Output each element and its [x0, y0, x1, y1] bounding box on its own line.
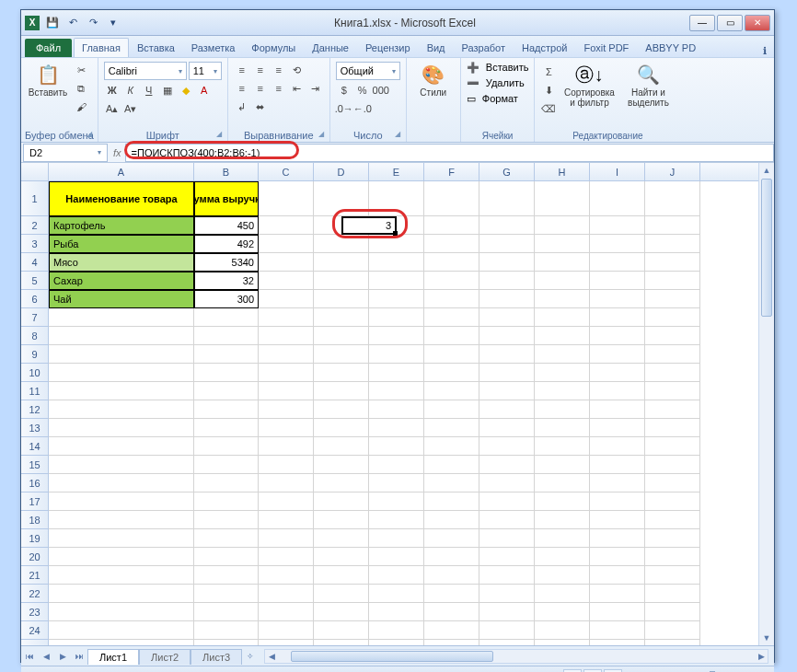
cell[interactable] [590, 437, 645, 456]
cell[interactable] [535, 216, 590, 235]
percent-icon[interactable]: % [354, 82, 371, 98]
cell[interactable] [645, 640, 700, 645]
cell[interactable] [590, 492, 645, 511]
cell[interactable] [369, 181, 424, 216]
cell[interactable] [194, 511, 259, 529]
cell[interactable] [194, 400, 259, 419]
tab-nav-last-icon[interactable]: ⏭ [71, 648, 87, 665]
dialog-launcher-icon[interactable]: ◢ [318, 130, 324, 138]
cell[interactable] [645, 235, 700, 253]
cell[interactable] [535, 382, 590, 400]
cell[interactable] [259, 272, 314, 290]
cell[interactable] [479, 327, 535, 345]
cell[interactable] [194, 548, 259, 566]
ribbon-tab[interactable]: Данные [304, 38, 357, 57]
h-scroll-thumb[interactable] [291, 651, 493, 662]
cell[interactable] [479, 511, 535, 529]
cell[interactable] [314, 437, 369, 456]
horizontal-scrollbar[interactable]: ◀ ▶ [264, 649, 768, 664]
cell[interactable] [645, 253, 700, 272]
cell[interactable] [424, 382, 479, 400]
cell[interactable] [479, 272, 535, 290]
currency-icon[interactable]: $ [336, 82, 352, 98]
cell[interactable] [645, 382, 700, 400]
cell[interactable] [314, 456, 369, 474]
cell[interactable] [479, 290, 535, 308]
cell[interactable] [259, 419, 314, 437]
cell[interactable] [479, 437, 535, 456]
cell[interactable] [49, 529, 194, 548]
row-header[interactable]: 2 [21, 216, 49, 235]
cell[interactable] [259, 290, 314, 308]
cell[interactable] [49, 621, 194, 640]
cell[interactable]: Картофель [49, 216, 194, 235]
cell[interactable] [49, 492, 194, 511]
cell[interactable] [369, 382, 424, 400]
cell[interactable] [645, 181, 700, 216]
cell[interactable] [49, 345, 194, 364]
name-box[interactable]: D2▾ [23, 144, 108, 162]
align-middle-icon[interactable]: ≡ [252, 62, 269, 78]
cell[interactable] [259, 308, 314, 327]
cell[interactable] [590, 640, 645, 645]
cell[interactable] [194, 382, 259, 400]
cell[interactable] [369, 640, 424, 645]
cell[interactable] [479, 308, 535, 327]
border-icon[interactable]: ▦ [159, 82, 176, 98]
tab-nav-next-icon[interactable]: ▶ [54, 648, 71, 665]
cell[interactable] [479, 566, 535, 585]
column-header[interactable]: I [590, 163, 645, 180]
cell[interactable] [259, 529, 314, 548]
cell[interactable] [645, 474, 700, 492]
cell[interactable] [535, 345, 590, 364]
cell[interactable] [369, 603, 424, 621]
ribbon-tab[interactable]: ABBYY PD [637, 38, 704, 57]
vertical-scrollbar[interactable]: ▲ ▼ [758, 163, 774, 645]
cell[interactable] [645, 603, 700, 621]
cell[interactable] [590, 290, 645, 308]
cell[interactable] [194, 585, 259, 603]
cell[interactable] [645, 621, 700, 640]
cell[interactable] [49, 511, 194, 529]
cell[interactable] [424, 640, 479, 645]
cell[interactable] [590, 529, 645, 548]
row-header[interactable]: 20 [21, 548, 49, 566]
row-header[interactable]: 8 [21, 327, 49, 345]
cell[interactable] [314, 474, 369, 492]
align-left-icon[interactable]: ≡ [234, 80, 250, 97]
cell[interactable] [49, 566, 194, 585]
cell[interactable] [535, 621, 590, 640]
cell[interactable] [314, 585, 369, 603]
column-header[interactable]: F [424, 163, 479, 180]
cell[interactable] [259, 456, 314, 474]
cell[interactable] [314, 529, 369, 548]
column-header[interactable]: B [194, 163, 259, 180]
cell[interactable] [535, 419, 590, 437]
delete-cells-button[interactable]: ➖ Удалить [467, 77, 529, 89]
cell[interactable] [535, 290, 590, 308]
cell[interactable] [590, 253, 645, 272]
ribbon-tab[interactable]: Разработ [454, 38, 514, 57]
column-header[interactable]: G [479, 163, 535, 180]
cell[interactable] [314, 235, 369, 253]
cell[interactable] [479, 492, 535, 511]
tab-nav-first-icon[interactable]: ⏮ [21, 648, 38, 665]
cell[interactable] [49, 437, 194, 456]
cell[interactable] [590, 566, 645, 585]
wrap-text-icon[interactable]: ↲ [234, 98, 250, 115]
cell[interactable] [424, 345, 479, 364]
cell[interactable] [259, 548, 314, 566]
underline-button[interactable]: Ч [141, 82, 157, 98]
row-header[interactable]: 23 [21, 603, 49, 621]
row-header[interactable]: 21 [21, 566, 49, 585]
cell[interactable] [424, 181, 479, 216]
cell[interactable] [645, 566, 700, 585]
cell[interactable] [479, 621, 535, 640]
redo-icon[interactable]: ↷ [86, 16, 100, 30]
file-tab[interactable]: Файл [25, 39, 72, 57]
column-header[interactable]: J [645, 163, 700, 180]
cell[interactable] [314, 621, 369, 640]
cell[interactable]: Сумма выручки [194, 181, 259, 216]
cell[interactable] [590, 400, 645, 419]
cell[interactable] [479, 364, 535, 382]
